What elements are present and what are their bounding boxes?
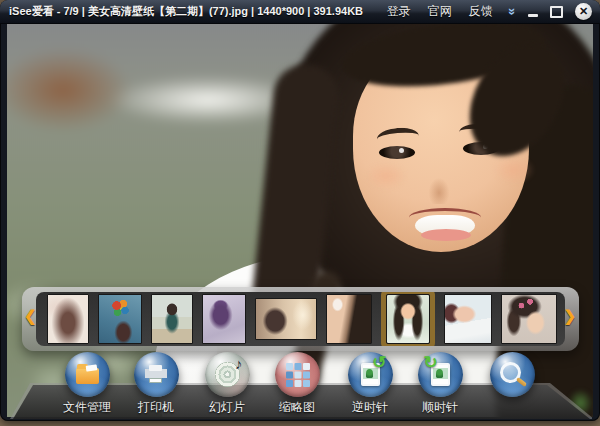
filmstrip-thumb-warm-interior-blur[interactable] xyxy=(255,298,317,340)
photo-art xyxy=(425,172,453,204)
filmstrip-track xyxy=(36,292,565,346)
photo-art xyxy=(493,156,535,184)
dock-button-printer[interactable]: 打印机 xyxy=(116,352,196,414)
filmstrip-thumb-woman-hair-curlers[interactable] xyxy=(501,294,557,344)
dock-button-slideshow[interactable]: 幻灯片 xyxy=(187,352,267,414)
printer-icon xyxy=(134,352,179,397)
folder-icon xyxy=(65,352,110,397)
window-title: iSee爱看 - 7/9 | 美女高清壁纸【第二期】(77).jpg | 144… xyxy=(9,4,387,19)
dock-button-folder[interactable]: 文件管理 xyxy=(47,352,127,414)
titlebar-menu-item-1[interactable]: 官网 xyxy=(428,3,452,20)
printer-icon-glyph xyxy=(145,366,167,383)
filmstrip-thumb-purple-hooded-girl[interactable] xyxy=(202,294,246,344)
dock-button-rotate-cw[interactable]: 顺时针 xyxy=(400,352,480,414)
photo-art xyxy=(379,146,415,159)
rotate-cw-icon-glyph xyxy=(431,363,450,386)
titlebar-menu: 登录官网反馈 xyxy=(387,3,493,20)
dock-label: 缩略图 xyxy=(279,399,315,414)
filmstrip-thumb-balloon-sky[interactable] xyxy=(98,294,142,344)
rotate-ccw-icon-glyph xyxy=(361,363,380,386)
maximize-button[interactable] xyxy=(550,6,563,18)
titlebar-menu-item-0[interactable]: 登录 xyxy=(387,3,411,20)
dock-label: 打印机 xyxy=(138,399,174,414)
filmstrip-thumb-reclining-girl[interactable] xyxy=(444,294,492,344)
thumbnails-icon xyxy=(275,352,320,397)
slideshow-icon xyxy=(205,352,250,397)
desktop: iSee爱看 - 7/9 | 美女高清壁纸【第二期】(77).jpg | 144… xyxy=(0,0,600,426)
dock-button-magnifier[interactable] xyxy=(472,352,552,414)
filmstrip-right-arrow[interactable]: ❯ xyxy=(563,308,576,323)
filmstrip-thumb-beach-dress-girl[interactable] xyxy=(151,294,193,344)
filmstrip-thumb-girl-closeup-hand[interactable] xyxy=(326,294,372,344)
photo-art xyxy=(421,229,471,241)
titlebar-menu-item-2[interactable]: 反馈 xyxy=(469,3,493,20)
magnifier-icon xyxy=(490,352,535,397)
rotate-cw-icon xyxy=(418,352,463,397)
folder-icon-glyph xyxy=(76,368,99,384)
rotate-ccw-icon xyxy=(348,352,393,397)
dock-label: 文件管理 xyxy=(63,399,111,414)
slideshow-icon-glyph xyxy=(215,362,240,387)
app-window: iSee爱看 - 7/9 | 美女高清壁纸【第二期】(77).jpg | 144… xyxy=(0,0,600,421)
window-controls: » ✕ xyxy=(509,3,592,20)
chevron-double-down-icon[interactable]: » xyxy=(506,8,519,15)
dock-label: 顺时针 xyxy=(422,399,458,414)
close-button[interactable]: ✕ xyxy=(575,3,592,20)
filmstrip-thumb-smiling-girl-white-top[interactable] xyxy=(386,294,430,344)
filmstrip: ❮ ❯ xyxy=(22,287,579,351)
magnifier-icon-glyph xyxy=(500,362,521,383)
filmstrip-left-arrow[interactable]: ❮ xyxy=(24,308,37,323)
filmstrip-thumb-watercolor-portrait[interactable] xyxy=(47,294,89,344)
dock-button-rotate-ccw[interactable]: 逆时针 xyxy=(330,352,410,414)
thumbnails-icon-glyph xyxy=(286,363,293,370)
dock-label: 逆时针 xyxy=(352,399,388,414)
titlebar[interactable]: iSee爱看 - 7/9 | 美女高清壁纸【第二期】(77).jpg | 144… xyxy=(0,0,600,24)
minimize-button[interactable] xyxy=(528,14,538,17)
dock-button-thumbnails[interactable]: 缩略图 xyxy=(257,352,337,414)
photo-art xyxy=(365,162,407,190)
dock-label: 幻灯片 xyxy=(209,399,245,414)
